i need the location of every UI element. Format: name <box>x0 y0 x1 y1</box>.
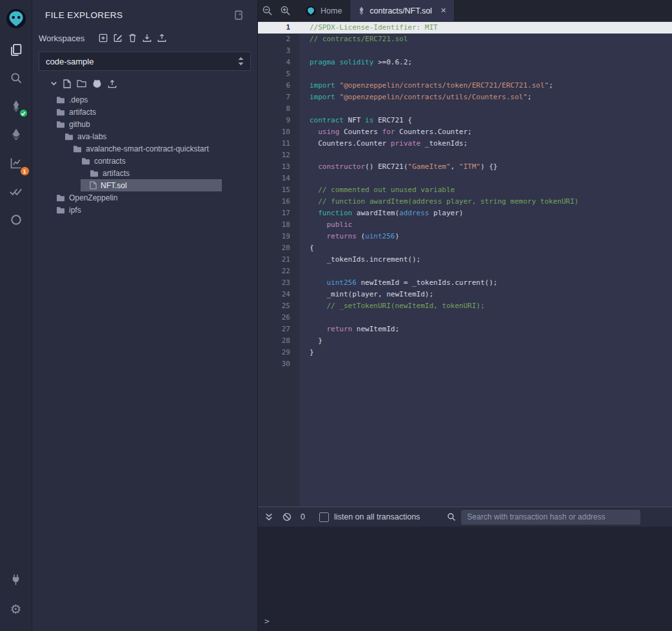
code-line[interactable] <box>299 312 672 324</box>
file-explorer-tab-icon[interactable] <box>0 35 32 64</box>
line-number[interactable]: 10 <box>258 126 299 138</box>
code-line[interactable]: returns (uint256) <box>299 231 672 242</box>
workspace-select[interactable]: code-sample <box>39 52 251 71</box>
deploy-run-icon[interactable] <box>0 121 32 149</box>
code-line[interactable]: } <box>299 347 672 358</box>
tree-folder-ava-labs[interactable]: ava-labs <box>32 130 257 142</box>
code-line[interactable]: constructor() ERC721("GameItem", "ITM") … <box>299 161 672 173</box>
line-number[interactable]: 27 <box>258 324 299 335</box>
tree-folder-.deps[interactable]: .deps <box>32 93 257 106</box>
restore-workspaces-icon[interactable] <box>157 34 166 43</box>
code-line[interactable]: Counters.Counter private _tokenIds; <box>299 138 672 150</box>
tree-folder-github[interactable]: github <box>32 118 257 130</box>
code-line[interactable]: using Counters for Counters.Counter; <box>299 126 672 138</box>
code-line[interactable]: contract NFT is ERC721 { <box>299 115 672 126</box>
code-line[interactable] <box>299 266 672 277</box>
workspace-chevron-down-icon[interactable] <box>50 80 57 87</box>
rename-workspace-icon[interactable] <box>114 34 123 43</box>
line-number[interactable]: 6 <box>258 80 299 92</box>
solidity-compiler-icon[interactable] <box>0 92 32 121</box>
line-number[interactable]: 30 <box>258 358 299 370</box>
line-number[interactable]: 22 <box>258 266 299 277</box>
code-line[interactable] <box>299 173 672 184</box>
code-line[interactable] <box>299 358 672 370</box>
line-number[interactable]: 29 <box>258 347 299 358</box>
unit-testing-icon[interactable] <box>0 177 32 206</box>
line-number[interactable]: 26 <box>258 312 299 324</box>
terminal-search-input[interactable] <box>461 510 640 525</box>
line-number[interactable]: 21 <box>258 254 299 266</box>
code-editor[interactable]: 1234567891011121314151617181920212223242… <box>258 21 672 507</box>
line-number[interactable]: 2 <box>258 34 299 45</box>
code-line[interactable] <box>299 68 672 80</box>
search-icon[interactable] <box>0 64 32 92</box>
line-number[interactable]: 12 <box>258 150 299 161</box>
clear-console-icon[interactable] <box>282 512 292 521</box>
github-clone-icon[interactable] <box>92 79 102 88</box>
line-number[interactable]: 8 <box>258 103 299 115</box>
line-number[interactable]: 3 <box>258 45 299 57</box>
line-number[interactable]: 15 <box>258 184 299 196</box>
code-line[interactable]: _tokenIds.increment(); <box>299 254 672 266</box>
code-line[interactable]: //SPDX-License-Identifier: MIT <box>299 22 672 34</box>
close-tab-icon[interactable]: ✕ <box>440 6 446 15</box>
settings-gear-icon[interactable]: ⚙ <box>0 595 32 623</box>
tree-folder-artifacts[interactable]: artifacts <box>32 106 257 118</box>
code-line[interactable]: _mint(player, newItemId); <box>299 289 672 300</box>
tree-folder-avalanche-smart-contract-quickstart[interactable]: avalanche-smart-contract-quickstart <box>32 142 257 155</box>
new-folder-icon[interactable] <box>77 79 86 88</box>
download-workspaces-icon[interactable] <box>143 34 152 43</box>
line-number[interactable]: 5 <box>258 68 299 80</box>
line-number[interactable]: 4 <box>258 57 299 68</box>
line-number[interactable]: 24 <box>258 289 299 300</box>
line-number[interactable]: 13 <box>258 161 299 173</box>
line-number[interactable]: 28 <box>258 335 299 347</box>
line-number[interactable]: 18 <box>258 219 299 231</box>
code-line[interactable]: function awardItem(address player) <box>299 208 672 219</box>
code-line[interactable]: uint256 newItemId = _tokenIds.current(); <box>299 277 672 289</box>
line-number[interactable]: 9 <box>258 115 299 126</box>
tree-folder-contracts[interactable]: contracts <box>32 155 257 167</box>
line-number[interactable]: 7 <box>258 92 299 103</box>
code-line[interactable] <box>299 45 672 57</box>
analytics-icon[interactable]: 1 <box>0 149 32 177</box>
create-workspace-icon[interactable] <box>99 34 108 43</box>
line-number[interactable]: 1 <box>258 22 299 34</box>
code-line[interactable]: // function awardItem(address player, st… <box>299 196 672 208</box>
code-line[interactable]: import "@openzeppelin/contracts/token/ER… <box>299 80 672 92</box>
tree-folder-artifacts[interactable]: artifacts <box>32 167 257 179</box>
remix-logo-icon[interactable] <box>0 3 32 34</box>
line-number[interactable]: 19 <box>258 231 299 242</box>
zoom-out-icon[interactable] <box>258 0 276 21</box>
plugin-manager-icon[interactable] <box>0 565 32 594</box>
line-number[interactable]: 17 <box>258 208 299 219</box>
code-line[interactable]: pragma solidity >=0.6.2; <box>299 57 672 68</box>
code-line[interactable] <box>299 150 672 161</box>
publish-to-gist-icon[interactable] <box>108 79 117 88</box>
tree-folder-OpenZeppelin[interactable]: OpenZeppelin <box>32 191 257 204</box>
tree-file-NFT.sol[interactable]: NFT.sol <box>81 179 222 191</box>
line-number[interactable]: 25 <box>258 300 299 312</box>
line-number[interactable]: 14 <box>258 173 299 184</box>
documentation-icon[interactable] <box>234 10 243 20</box>
line-number[interactable]: 11 <box>258 138 299 150</box>
delete-workspace-icon[interactable] <box>128 34 137 43</box>
code-line[interactable] <box>299 103 672 115</box>
zoom-in-icon[interactable] <box>276 0 294 21</box>
code-line[interactable]: public <box>299 219 672 231</box>
new-file-icon[interactable] <box>63 79 71 88</box>
line-number[interactable]: 16 <box>258 196 299 208</box>
listen-transactions-label[interactable]: listen on all transactions <box>334 512 420 521</box>
code-line[interactable]: // commented out unused variable <box>299 184 672 196</box>
line-number[interactable]: 20 <box>258 242 299 254</box>
tab-home[interactable]: Home <box>298 0 350 21</box>
listen-transactions-checkbox[interactable] <box>319 512 329 522</box>
line-number[interactable]: 23 <box>258 277 299 289</box>
expand-terminal-icon[interactable] <box>264 512 273 521</box>
code-line[interactable]: return newItemId; <box>299 324 672 335</box>
code-line[interactable]: import "@openzeppelin/contracts/utils/Co… <box>299 92 672 103</box>
code-line[interactable]: // contracts/ERC721.sol <box>299 34 672 45</box>
tab-contracts-nft-sol[interactable]: contracts/NFT.sol ✕ <box>350 0 455 21</box>
code-line[interactable]: { <box>299 242 672 254</box>
plugin-circle-icon[interactable] <box>0 206 32 234</box>
